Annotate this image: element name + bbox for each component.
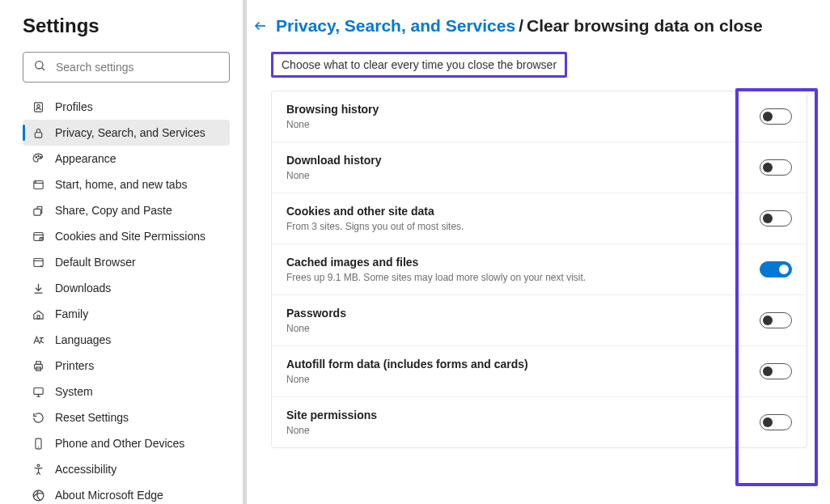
svg-rect-20 bbox=[34, 364, 42, 369]
setting-row: Download historyNone bbox=[272, 142, 807, 193]
svg-rect-15 bbox=[33, 258, 42, 266]
svg-rect-4 bbox=[35, 132, 42, 137]
sidebar-item-label: Start, home, and new tabs bbox=[55, 178, 187, 191]
setting-text: Site permissionsNone bbox=[286, 409, 760, 436]
sidebar-nav: ProfilesPrivacy, Search, and ServicesApp… bbox=[23, 94, 230, 504]
setting-text: Browsing historyNone bbox=[286, 103, 760, 130]
svg-point-7 bbox=[40, 156, 40, 157]
sidebar-item-reset[interactable]: Reset Settings bbox=[23, 404, 230, 430]
svg-point-5 bbox=[35, 156, 36, 157]
svg-line-1 bbox=[42, 68, 44, 70]
setting-row: PasswordsNone bbox=[272, 295, 807, 346]
setting-toggle[interactable] bbox=[760, 363, 792, 379]
sidebar-item-label: Share, Copy and Paste bbox=[55, 204, 172, 217]
sidebar-item-home[interactable]: Start, home, and new tabs bbox=[23, 172, 230, 197]
setting-description: From 3 sites. Signs you out of most site… bbox=[286, 221, 760, 232]
sidebar-item-label: System bbox=[55, 385, 93, 398]
svg-rect-19 bbox=[37, 315, 40, 318]
setting-description: None bbox=[286, 425, 760, 436]
sidebar-title: Settings bbox=[23, 15, 230, 37]
setting-title: Site permissions bbox=[286, 409, 760, 421]
setting-row: Site permissionsNone bbox=[272, 397, 807, 447]
sidebar-item-about[interactable]: About Microsoft Edge bbox=[23, 482, 230, 504]
about-icon bbox=[31, 488, 45, 502]
sidebar-item-label: Appearance bbox=[55, 152, 116, 165]
setting-description: None bbox=[286, 374, 760, 385]
setting-title: Autofill form data (includes forms and c… bbox=[286, 358, 760, 371]
sidebar-item-label: Downloads bbox=[55, 282, 111, 294]
setting-title: Passwords bbox=[286, 307, 760, 320]
sidebar-item-label: Printers bbox=[55, 359, 94, 372]
setting-description: None bbox=[286, 170, 760, 181]
setting-row: Autofill form data (includes forms and c… bbox=[272, 346, 807, 397]
profiles-icon bbox=[31, 100, 45, 114]
sidebar-item-share[interactable]: Share, Copy and Paste bbox=[23, 197, 230, 223]
svg-rect-23 bbox=[33, 388, 42, 394]
search-icon bbox=[33, 59, 56, 75]
svg-point-28 bbox=[37, 464, 40, 467]
sidebar-item-label: Cookies and Site Permissions bbox=[55, 230, 205, 243]
setting-text: Autofill form data (includes forms and c… bbox=[286, 358, 760, 385]
sidebar-item-system[interactable]: System bbox=[23, 379, 230, 404]
back-arrow-icon[interactable] bbox=[253, 19, 268, 33]
setting-toggle[interactable] bbox=[760, 414, 792, 430]
system-icon bbox=[31, 384, 45, 399]
home-icon bbox=[31, 177, 45, 192]
sidebar-item-label: Privacy, Search, and Services bbox=[55, 126, 205, 139]
setting-toggle[interactable] bbox=[760, 312, 792, 328]
sidebar-item-label: Languages bbox=[55, 333, 111, 346]
svg-rect-11 bbox=[33, 209, 40, 215]
browser-icon bbox=[31, 255, 45, 269]
setting-toggle[interactable] bbox=[760, 159, 792, 176]
sidebar-item-label: Accessibility bbox=[55, 463, 116, 476]
page-subtitle: Choose what to clear every time you clos… bbox=[271, 52, 567, 78]
lock-icon bbox=[31, 125, 45, 140]
breadcrumb-link[interactable]: Privacy, Search, and Services bbox=[276, 16, 515, 36]
svg-point-0 bbox=[36, 61, 43, 69]
setting-description: None bbox=[286, 323, 760, 334]
reset-icon bbox=[31, 410, 45, 425]
sidebar-item-label: Default Browser bbox=[55, 256, 136, 269]
setting-title: Cached images and files bbox=[286, 256, 760, 269]
settings-panel: Browsing historyNoneDownload historyNone… bbox=[271, 91, 807, 448]
sidebar-item-family[interactable]: Family bbox=[23, 301, 230, 327]
breadcrumb-separator: / bbox=[519, 16, 523, 36]
sidebar-item-browser[interactable]: Default Browser bbox=[23, 249, 230, 275]
svg-rect-21 bbox=[36, 361, 40, 364]
downloads-icon bbox=[31, 281, 45, 295]
accessibility-icon bbox=[31, 462, 45, 476]
search-input[interactable] bbox=[56, 61, 219, 74]
sidebar-item-phone[interactable]: Phone and Other Devices bbox=[23, 430, 230, 456]
family-icon bbox=[31, 307, 45, 321]
sidebar-item-label: Profiles bbox=[55, 100, 93, 113]
setting-toggle[interactable] bbox=[760, 108, 792, 125]
sidebar-item-label: Phone and Other Devices bbox=[55, 437, 184, 450]
sidebar-item-printers[interactable]: Printers bbox=[23, 353, 230, 379]
sidebar-item-label: Family bbox=[55, 307, 88, 320]
sidebar-item-accessibility[interactable]: Accessibility bbox=[23, 456, 230, 482]
setting-toggle[interactable] bbox=[760, 210, 792, 227]
sidebar-item-cookies[interactable]: Cookies and Site Permissions bbox=[23, 223, 230, 249]
setting-row: Browsing historyNone bbox=[272, 91, 807, 142]
search-box[interactable] bbox=[23, 52, 230, 83]
setting-text: Cached images and filesFrees up 9.1 MB. … bbox=[286, 256, 760, 283]
sidebar-item-languages[interactable]: Languages bbox=[23, 327, 230, 353]
printers-icon bbox=[31, 358, 45, 373]
sidebar-item-label: Reset Settings bbox=[55, 411, 129, 424]
setting-description: None bbox=[286, 119, 760, 130]
sidebar-item-downloads[interactable]: Downloads bbox=[23, 275, 230, 301]
breadcrumb-current: Clear browsing data on close bbox=[527, 16, 763, 36]
appearance-icon bbox=[31, 151, 45, 166]
setting-row: Cached images and filesFrees up 9.1 MB. … bbox=[272, 244, 807, 295]
sidebar-item-profiles[interactable]: Profiles bbox=[23, 94, 230, 120]
setting-toggle[interactable] bbox=[760, 261, 792, 277]
setting-text: PasswordsNone bbox=[286, 307, 760, 334]
sidebar-item-label: About Microsoft Edge bbox=[55, 489, 163, 502]
setting-title: Download history bbox=[286, 154, 760, 167]
page-header: Privacy, Search, and Services / Clear br… bbox=[247, 16, 807, 36]
languages-icon bbox=[31, 332, 45, 347]
sidebar-item-appearance[interactable]: Appearance bbox=[23, 146, 230, 172]
sidebar-item-lock[interactable]: Privacy, Search, and Services bbox=[23, 120, 230, 146]
setting-row: Cookies and other site dataFrom 3 sites.… bbox=[272, 193, 807, 244]
svg-point-6 bbox=[37, 155, 38, 156]
